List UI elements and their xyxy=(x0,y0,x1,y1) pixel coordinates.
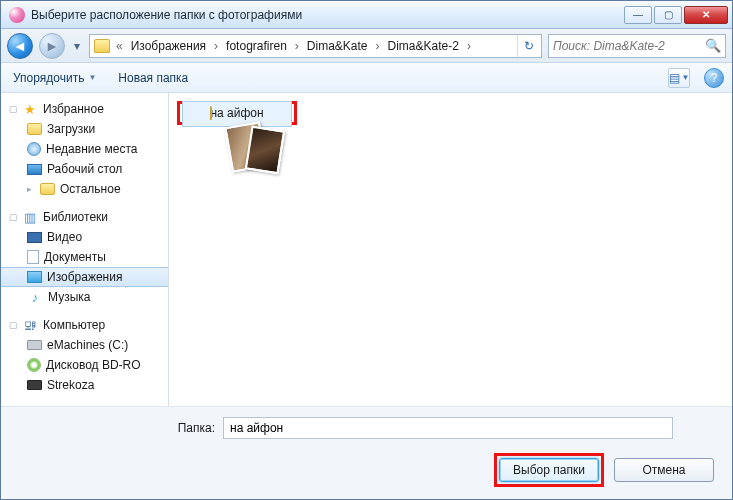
sidebar-group-label: Избранное xyxy=(43,102,104,116)
dialog-window: Выберите расположение папки с фотография… xyxy=(0,0,733,500)
breadcrumb[interactable]: Dima&Kate xyxy=(303,39,372,53)
view-options-button[interactable]: ▤▼ xyxy=(668,68,690,88)
chevron-icon[interactable]: « xyxy=(114,39,125,53)
chevron-icon[interactable]: › xyxy=(293,39,301,53)
sidebar-item-label: Документы xyxy=(44,250,106,264)
chevron-icon[interactable]: › xyxy=(212,39,220,53)
highlight-annotation: на айфон xyxy=(177,101,297,125)
breadcrumb[interactable]: fotografiren xyxy=(222,39,291,53)
breadcrumb[interactable]: Dima&Kate-2 xyxy=(384,39,463,53)
organize-label: Упорядочить xyxy=(13,71,84,85)
breadcrumb[interactable]: Изображения xyxy=(127,39,210,53)
app-icon xyxy=(9,7,25,23)
collapse-icon: ▢ xyxy=(9,104,17,114)
folder-name-input[interactable] xyxy=(223,417,673,439)
sidebar-item-desktop[interactable]: Рабочий стол xyxy=(1,159,168,179)
folder-field-label: Папка: xyxy=(15,421,215,435)
sidebar-item-other[interactable]: ▸Остальное xyxy=(1,179,168,199)
forward-button[interactable]: ► xyxy=(39,33,65,59)
highlight-annotation: Выбор папки xyxy=(494,453,604,487)
recent-icon xyxy=(27,142,41,156)
music-icon: ♪ xyxy=(27,289,43,305)
expand-icon: ▸ xyxy=(27,184,35,194)
libraries-icon: ▥ xyxy=(22,209,38,225)
pictures-icon xyxy=(27,271,42,283)
maximize-button[interactable]: ▢ xyxy=(654,6,682,24)
titlebar[interactable]: Выберите расположение папки с фотография… xyxy=(1,1,732,29)
disc-icon xyxy=(27,358,41,372)
sidebar-item-drive-c[interactable]: eMachines (C:) xyxy=(1,335,168,355)
folder-label: на айфон xyxy=(210,106,263,120)
close-button[interactable]: ✕ xyxy=(684,6,728,24)
sidebar: ▢★Избранное Загрузки Недавние места Рабо… xyxy=(1,93,169,406)
select-folder-button[interactable]: Выбор папки xyxy=(499,458,599,482)
sidebar-item-strekoza[interactable]: Strekoza xyxy=(1,375,168,395)
sidebar-item-documents[interactable]: Документы xyxy=(1,247,168,267)
new-folder-button[interactable]: Новая папка xyxy=(114,68,192,88)
drive-icon xyxy=(27,380,42,390)
sidebar-item-label: Недавние места xyxy=(46,142,137,156)
sidebar-group-label: Библиотеки xyxy=(43,210,108,224)
sidebar-item-label: Дисковод BD-RO xyxy=(46,358,141,372)
sidebar-item-label: Изображения xyxy=(47,270,122,284)
address-bar[interactable]: « Изображения › fotografiren › Dima&Kate… xyxy=(89,34,542,58)
folder-item[interactable]: на айфон xyxy=(182,101,292,127)
help-button[interactable]: ? xyxy=(704,68,724,88)
sidebar-favorites[interactable]: ▢★Избранное xyxy=(1,99,168,119)
chevron-down-icon: ▼ xyxy=(88,73,96,82)
folder-icon xyxy=(40,183,55,195)
sidebar-item-label: Strekoza xyxy=(47,378,94,392)
search-icon: 🔍 xyxy=(705,38,721,53)
star-icon: ★ xyxy=(22,101,38,117)
new-folder-label: Новая папка xyxy=(118,71,188,85)
sidebar-item-video[interactable]: Видео xyxy=(1,227,168,247)
video-icon xyxy=(27,232,42,243)
folder-icon xyxy=(27,123,42,135)
sidebar-item-downloads[interactable]: Загрузки xyxy=(1,119,168,139)
collapse-icon: ▢ xyxy=(9,212,17,222)
window-title: Выберите расположение папки с фотография… xyxy=(31,8,624,22)
footer: Папка: Выбор папки Отмена xyxy=(1,406,732,499)
sidebar-item-music[interactable]: ♪Музыка xyxy=(1,287,168,307)
history-dropdown[interactable]: ▾ xyxy=(71,39,83,53)
organize-menu[interactable]: Упорядочить▼ xyxy=(9,68,100,88)
sidebar-item-label: Рабочий стол xyxy=(47,162,122,176)
back-button[interactable]: ◄ xyxy=(7,33,33,59)
refresh-icon[interactable]: ↻ xyxy=(517,35,539,57)
cancel-button[interactable]: Отмена xyxy=(614,458,714,482)
navigation-bar: ◄ ► ▾ « Изображения › fotografiren › Dim… xyxy=(1,29,732,63)
minimize-button[interactable]: — xyxy=(624,6,652,24)
sidebar-item-optical[interactable]: Дисковод BD-RO xyxy=(1,355,168,375)
folder-icon xyxy=(94,39,110,53)
toolbar: Упорядочить▼ Новая папка ▤▼ ? xyxy=(1,63,732,93)
search-box[interactable]: 🔍 xyxy=(548,34,726,58)
content-area[interactable]: на айфон xyxy=(169,93,732,406)
search-input[interactable] xyxy=(553,39,705,53)
desktop-icon xyxy=(27,164,42,175)
computer-icon: 🖳 xyxy=(22,317,38,333)
sidebar-item-label: Остальное xyxy=(60,182,121,196)
sidebar-item-pictures[interactable]: Изображения xyxy=(1,267,168,287)
document-icon xyxy=(27,250,39,264)
drive-icon xyxy=(27,340,42,350)
chevron-icon[interactable]: › xyxy=(374,39,382,53)
sidebar-computer[interactable]: ▢🖳Компьютер xyxy=(1,315,168,335)
sidebar-item-label: Музыка xyxy=(48,290,90,304)
chevron-icon[interactable]: › xyxy=(465,39,473,53)
sidebar-libraries[interactable]: ▢▥Библиотеки xyxy=(1,207,168,227)
sidebar-item-recent[interactable]: Недавние места xyxy=(1,139,168,159)
sidebar-item-label: Загрузки xyxy=(47,122,95,136)
sidebar-item-label: Видео xyxy=(47,230,82,244)
collapse-icon: ▢ xyxy=(9,320,17,330)
sidebar-item-label: eMachines (C:) xyxy=(47,338,128,352)
sidebar-group-label: Компьютер xyxy=(43,318,105,332)
